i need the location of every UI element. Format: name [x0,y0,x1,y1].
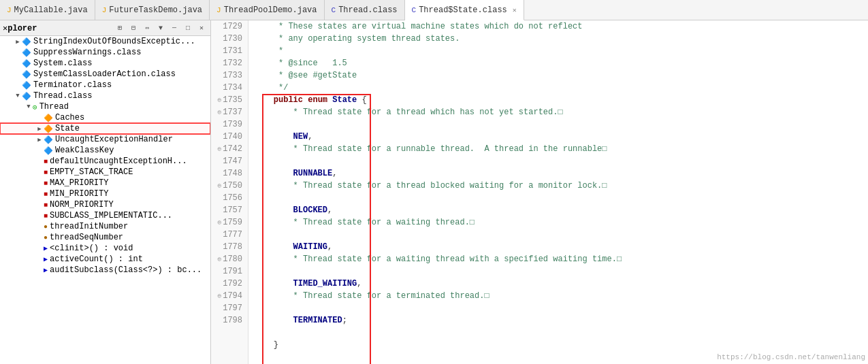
line-1792: 1792 [211,278,248,290]
line-1780: 1780 [211,253,248,265]
line-1798: 1798 [211,314,248,327]
java-file-icon-2: J [102,6,107,14]
line-1750: 1750 [211,180,248,192]
code-content: 1729 1730 1731 1732 1733 1734 1735 1737 … [211,20,868,364]
tree-item-max-priority[interactable]: ■ MAX_PRIORITY [0,178,210,188]
tab-mycallable[interactable]: J MyCallable.java [0,0,95,20]
explorer-toolbar: ⊞ ⊟ ⇔ ▼ ─ □ ✕ [114,22,208,34]
method-icon-2: ▶ [44,255,48,263]
tree-item-systemcl[interactable]: 🔷 SystemClassLoaderAction.class [0,69,210,80]
field-icon-3: ■ [44,180,48,187]
tree-item-terminator[interactable]: 🔷 Terminator.class [0,80,210,90]
explorer-title: ✕plorer [3,23,37,33]
innerclass-icon-3: 🔷 [44,146,53,155]
code-line-1735: public enum State { [254,94,868,106]
code-line-1780: * Thread state for a waiting thread with… [254,253,868,265]
line-1740: 1740 [211,131,248,143]
min-button[interactable]: ─ [168,22,180,34]
max-button[interactable]: □ [182,22,194,34]
tab-thread-class[interactable]: C Thread.class [325,0,405,20]
tab-threadstate-class[interactable]: C Thread$State.class ✕ [405,0,524,20]
innerclass-icon: 🔶 [44,114,53,122]
field-icon-6: ■ [44,212,48,220]
expand-arrow-3: ▼ [25,103,33,110]
link-button[interactable]: ⇔ [141,22,153,34]
code-line-1739 [254,118,868,131]
code-line-1747 [254,155,868,167]
class-icon-6: 🔷 [22,92,31,101]
tree-item-thread-seq[interactable]: ● threadSeqNumber [0,232,210,243]
code-line-1729: * These states are virtual machine state… [254,20,868,33]
class-icon-2: 🔷 [22,48,31,57]
method-icon: ▶ [44,244,48,252]
code-line-1759: * Thread state for a waiting thread.□ [254,216,868,229]
line-1730: 1730 [211,33,248,45]
method-icon-3: ▶ [44,266,48,274]
line-1759: 1759 [211,216,248,229]
class-file-icon: C [332,6,336,14]
code-line-1756 [254,192,868,204]
tree-item-subclass[interactable]: ■ SUBCLASS_IMPLEMENTATIC... [0,210,210,221]
code-line-1794: * Thread state for a terminated thread.□ [254,290,868,302]
tree-item-uncaught[interactable]: ▶ 🔷 UncaughtExceptionHandler [0,134,210,145]
tab-threadpool[interactable]: J ThreadPoolDemo.java [210,0,324,20]
field2-icon-2: ● [44,234,48,242]
code-line-1791 [254,265,868,278]
line-1732: 1732 [211,57,248,69]
code-line-1742: * Thread state for a runnable thread. A … [254,143,868,155]
tree-item-weakclasskey[interactable]: 🔷 WeakClassKey [0,145,210,156]
line-1747: 1747 [211,155,248,167]
code-line-runnable: RUNNABLE, [254,167,868,180]
line-1733: 1733 [211,69,248,82]
code-line-blocked: BLOCKED, [254,204,868,216]
code-line-1798: } [254,339,868,351]
expand-arrow-4: ▶ [35,136,44,144]
code-line-close-blank [254,327,868,339]
tab-close-button[interactable]: ✕ [513,6,517,14]
code-line-terminated: TERMINATED; [254,314,868,327]
code-line-new: NEW, [254,131,868,143]
tree-item-audit-subclass[interactable]: ▶ auditSubclass(Class<?>) : bc... [0,265,210,276]
code-panel[interactable]: 1729 1730 1731 1732 1733 1734 1735 1737 … [211,20,868,364]
tree-item-state[interactable]: ▶ 🔶 State [0,123,210,134]
tree-item-clinit[interactable]: ▶ <clinit>() : void [0,243,210,254]
line-1731: 1731 [211,45,248,57]
tab-bar: J MyCallable.java J FutureTaskDemo.java … [0,0,868,20]
code-line-1777 [254,229,868,241]
tree-item-string-exc[interactable]: ▶ 🔷 StringIndexOutOfBoundsExceptic... [0,36,210,47]
line-1734: 1734 [211,82,248,94]
tab-futuretask[interactable]: J FutureTaskDemo.java [95,0,210,20]
code-line-waiting: WAITING, [254,241,868,253]
innerclass-icon-2: 🔶 [44,125,53,133]
tree-item-defaultuncaught[interactable]: ■ defaultUncaughtExceptionH... [0,156,210,167]
menu-button[interactable]: ▼ [155,22,167,34]
interface-icon: ⊙ [33,103,37,112]
line-1777: 1777 [211,229,248,241]
tree-item-min-priority[interactable]: ■ MIN_PRIORITY [0,188,210,199]
watermark: https://blog.csdn.net/tanwenliang [717,353,865,361]
code-line-1732: * @since 1.5 [254,57,868,69]
tree-item-activecount[interactable]: ▶ activeCount() : int [0,254,210,265]
field-icon-5: ■ [44,201,48,209]
explorer-panel: ✕plorer ⊞ ⊟ ⇔ ▼ ─ □ ✕ ▶ 🔷 StringIndexOut… [0,20,211,364]
code-line-1730: * any operating system thread states. [254,33,868,45]
collapse-button[interactable]: ⊞ [114,22,126,34]
tree-item-caches[interactable]: 🔶 Caches [0,112,210,123]
line-1748: 1748 [211,167,248,180]
code-line-1737: * Thread state for a thread which has no… [254,106,868,118]
tree-item-norm-priority[interactable]: ■ NORM_PRIORITY [0,199,210,210]
close-panel-button[interactable]: ✕ [195,22,208,34]
line-numbers: 1729 1730 1731 1732 1733 1734 1735 1737 … [211,20,248,364]
code-line-timed-waiting: TIMED_WAITING, [254,278,868,290]
code-line-1733: * @see #getState [254,69,868,82]
tree-item-thread[interactable]: ▼ ⊙ Thread [0,101,210,112]
expand-button[interactable]: ⊟ [127,22,140,34]
tree-item-empty-stack[interactable]: ■ EMPTY_STACK_TRACE [0,167,210,178]
tree-item-system[interactable]: 🔷 System.class [0,58,210,69]
tree-item-thread-init[interactable]: ● threadInitNumber [0,221,210,232]
code-line-1734: */ [254,82,868,94]
line-1735: 1735 [211,94,248,106]
tree-item-suppress[interactable]: 🔷 SuppressWarnings.class [0,47,210,58]
code-line-1731: * [254,45,868,57]
tree-item-thread-class[interactable]: ▼ 🔷 Thread.class [0,90,210,101]
